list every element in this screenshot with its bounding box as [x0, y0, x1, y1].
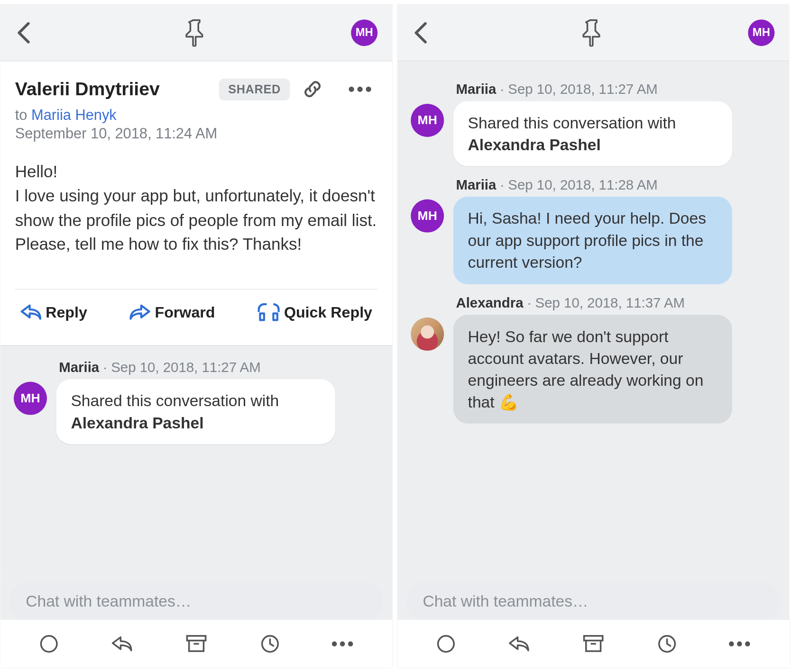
forward-button[interactable]: Forward — [129, 303, 215, 321]
msg-author: Mariia — [59, 359, 99, 374]
more-icon[interactable]: ••• — [722, 629, 759, 659]
chat-input[interactable]: Chat with teammates… — [407, 583, 780, 620]
msg-author: Mariia — [456, 177, 496, 192]
status-circle-icon[interactable] — [31, 629, 68, 659]
svg-rect-4 — [584, 636, 603, 641]
top-bar: MH — [397, 4, 789, 61]
svg-point-3 — [438, 636, 454, 652]
more-icon[interactable]: ••• — [325, 629, 362, 659]
reply-button[interactable]: Reply — [20, 303, 87, 321]
to-prefix: to — [15, 107, 31, 123]
bottom-toolbar: ••• — [397, 620, 789, 668]
chat-bubble: Shared this conversation with Alexandra … — [453, 101, 732, 166]
quick-reply-button[interactable]: Quick Reply — [258, 303, 372, 321]
recipient-link[interactable]: Mariia Henyk — [31, 107, 117, 123]
chat-message: Alexandra·Sep 10, 2018, 11:37 AM Hey! So… — [411, 295, 776, 424]
snooze-icon[interactable] — [251, 629, 288, 659]
email-date: September 10, 2018, 11:24 AM — [15, 125, 377, 142]
user-avatar[interactable]: MH — [351, 19, 377, 46]
email-actions: Reply Forward Quick Reply — [15, 290, 377, 333]
archive-icon[interactable] — [178, 629, 215, 659]
email-body: Hello! I love using your app but, unfort… — [15, 160, 377, 256]
msg-time: Sep 10, 2018, 11:27 AM — [508, 81, 657, 96]
back-button[interactable] — [412, 20, 429, 44]
bottom-toolbar: ••• — [0, 620, 392, 668]
chat-input[interactable]: Chat with teammates… — [10, 583, 383, 620]
status-circle-icon[interactable] — [428, 629, 465, 659]
reply-icon[interactable] — [501, 629, 538, 659]
email-with-chat-pane: MH Valerii Dmytriiev SHARED ••• to Marii… — [0, 4, 392, 668]
top-bar: MH — [0, 4, 392, 61]
chat-message: MH Mariia·Sep 10, 2018, 11:27 AM Shared … — [411, 81, 776, 166]
avatar: MH — [411, 200, 444, 233]
chat-bubble: Hi, Sasha! I need your help. Does our ap… — [453, 197, 732, 284]
archive-icon[interactable] — [575, 629, 612, 659]
reply-label: Reply — [46, 303, 87, 321]
avatar: MH — [14, 382, 47, 415]
team-chat: MH Mariia·Sep 10, 2018, 11:27 AM Shared … — [397, 61, 789, 576]
sender-name: Valerii Dmytriiev — [15, 79, 160, 100]
msg-time: Sep 10, 2018, 11:27 AM — [111, 359, 260, 374]
msg-author: Alexandra — [456, 295, 523, 310]
avatar — [411, 317, 444, 350]
svg-rect-1 — [187, 636, 205, 641]
chat-message: MH Mariia·Sep 10, 2018, 11:28 AM Hi, Sas… — [411, 177, 776, 284]
shared-badge: SHARED — [219, 78, 290, 100]
chat-pane: MH MH Mariia·Sep 10, 2018, 11:27 AM Shar… — [397, 4, 789, 668]
team-chat: MH Mariia·Sep 10, 2018, 11:27 AM Shared … — [0, 345, 392, 576]
msg-time: Sep 10, 2018, 11:28 AM — [508, 177, 657, 192]
email-view: Valerii Dmytriiev SHARED ••• to Mariia H… — [0, 61, 392, 345]
reply-icon[interactable] — [104, 629, 141, 659]
forward-label: Forward — [155, 303, 215, 321]
pin-icon[interactable] — [582, 18, 605, 46]
recipient-line: to Mariia Henyk — [15, 107, 377, 124]
more-button[interactable]: ••• — [344, 79, 377, 100]
chat-bubble: Shared this conversation with Alexandra … — [56, 379, 335, 445]
chat-message: MH Mariia·Sep 10, 2018, 11:27 AM Shared … — [14, 359, 379, 445]
user-avatar[interactable]: MH — [748, 19, 774, 46]
svg-point-0 — [41, 636, 57, 652]
msg-author: Mariia — [456, 81, 496, 96]
link-icon[interactable] — [299, 76, 326, 102]
chat-bubble: Hey! So far we don't support account ava… — [453, 315, 732, 424]
quick-reply-label: Quick Reply — [284, 303, 372, 321]
pin-icon[interactable] — [185, 18, 208, 46]
avatar: MH — [411, 104, 444, 137]
snooze-icon[interactable] — [648, 629, 685, 659]
msg-time: Sep 10, 2018, 11:37 AM — [535, 295, 685, 310]
back-button[interactable] — [15, 20, 32, 44]
